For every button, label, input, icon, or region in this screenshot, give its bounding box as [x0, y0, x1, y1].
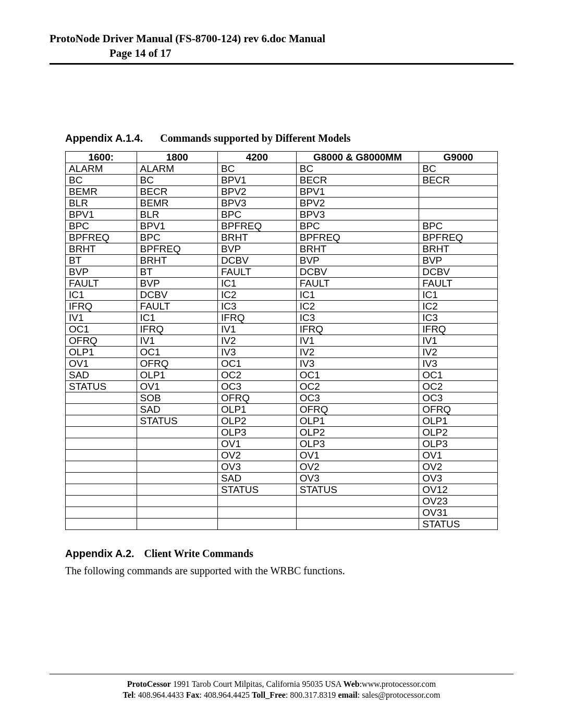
section-a2-number: Appendix A.2. — [65, 548, 134, 559]
table-cell: FAULT — [296, 277, 419, 289]
table-cell: BEMR — [66, 186, 137, 197]
table-cell: SAD — [137, 403, 217, 415]
table-cell: BLR — [66, 197, 137, 208]
table-cell — [66, 472, 137, 484]
table-cell: OLP1 — [296, 415, 419, 426]
table-cell — [296, 507, 419, 518]
table-cell: BC — [66, 174, 137, 186]
table-cell: OC3 — [296, 392, 419, 403]
table-cell: ALARM — [137, 163, 217, 174]
table-cell: IC2 — [296, 300, 419, 312]
page-body: Appendix A.1.4. Commands supported by Di… — [50, 131, 513, 577]
commands-table-body: ALARMALARMBCBCBCBCBCBPV1BECRBECRBEMRBECR… — [66, 163, 498, 529]
footer-web-label: Web — [344, 680, 360, 688]
table-cell: OV1 — [66, 357, 137, 369]
table-cell: OFRQ — [296, 403, 419, 415]
table-cell: OFRQ — [137, 357, 217, 369]
table-cell: BPFREQ — [296, 231, 419, 243]
table-cell: IC1 — [296, 289, 419, 300]
table-cell: IV3 — [419, 357, 498, 369]
table-row: IFRQFAULTIC3IC2IC2 — [66, 300, 498, 312]
section-a2-body: The following commands are supported wit… — [65, 565, 498, 577]
table-cell: ALARM — [66, 163, 137, 174]
footer-line1: ProtoCessor 1991 Tarob Court Milpitas, C… — [50, 678, 513, 690]
table-cell — [137, 507, 217, 518]
table-cell: BPV1 — [218, 174, 297, 186]
section-a14-heading: Appendix A.1.4. Commands supported by Di… — [65, 131, 498, 145]
header-rule — [50, 63, 513, 65]
table-cell — [137, 449, 217, 461]
table-cell: STATUS — [66, 380, 137, 392]
section-a2-heading: Appendix A.2. Client Write Commands — [65, 548, 498, 560]
table-cell: OC3 — [218, 380, 297, 392]
table-cell: OC1 — [66, 323, 137, 335]
footer-line2: Tel: 408.964.4433 Fax: 408.964.4425 Toll… — [50, 689, 513, 701]
footer-rule — [50, 674, 513, 674]
col-header-1800: 1800 — [137, 151, 217, 163]
table-cell — [66, 461, 137, 472]
col-header-4200: 4200 — [218, 151, 297, 163]
table-cell: BVP — [218, 243, 297, 254]
table-cell: STATUS — [137, 415, 217, 426]
table-cell: OV1 — [137, 380, 217, 392]
table-cell: IV1 — [218, 323, 297, 335]
page-footer: ProtoCessor 1991 Tarob Court Milpitas, C… — [50, 674, 513, 701]
table-row: SADOLP1OFRQOFRQ — [66, 403, 498, 415]
table-cell: BRHT — [218, 231, 297, 243]
table-cell: OLP2 — [296, 426, 419, 438]
table-cell: OC2 — [419, 380, 498, 392]
table-cell: IV3 — [296, 357, 419, 369]
table-cell — [218, 518, 297, 529]
table-cell: OV1 — [296, 449, 419, 461]
table-cell: FAULT — [66, 277, 137, 289]
table-row: OLP3OLP2OLP2 — [66, 426, 498, 438]
section-a2-title: Client Write Commands — [144, 548, 253, 559]
table-row: IV1IC1IFRQIC3IC3 — [66, 312, 498, 323]
table-row: FAULTBVPIC1FAULTFAULT — [66, 277, 498, 289]
table-cell: BRHT — [66, 243, 137, 254]
table-cell: OV2 — [419, 461, 498, 472]
table-cell — [66, 438, 137, 449]
table-cell — [66, 495, 137, 507]
table-cell: BLR — [137, 208, 217, 220]
table-cell: BRHT — [296, 243, 419, 254]
commands-table-head: 1600: 1800 4200 G8000 & G8000MM G9000 — [66, 151, 498, 163]
table-cell: SAD — [66, 369, 137, 380]
table-cell: IC1 — [137, 312, 217, 323]
table-cell — [296, 495, 419, 507]
footer-tel-label: Tel — [123, 690, 134, 699]
table-cell: DCBV — [218, 254, 297, 266]
footer-company: ProtoCessor — [127, 680, 171, 688]
footer-web-value: :www.protocessor.com — [360, 680, 436, 688]
table-cell: BPV2 — [296, 197, 419, 208]
table-cell: OV1 — [218, 438, 297, 449]
table-cell: BECR — [296, 174, 419, 186]
table-row: BVPBTFAULTDCBVDCBV — [66, 266, 498, 277]
table-cell — [419, 208, 498, 220]
table-cell — [137, 518, 217, 529]
table-cell: OLP1 — [66, 346, 137, 357]
table-cell: STATUS — [419, 518, 498, 529]
table-cell: BVP — [137, 277, 217, 289]
table-cell: OFRQ — [419, 403, 498, 415]
footer-address: 1991 Tarob Court Milpitas, California 95… — [171, 680, 344, 688]
table-cell: OV2 — [296, 461, 419, 472]
commands-table: 1600: 1800 4200 G8000 & G8000MM G9000 AL… — [65, 151, 498, 530]
table-row: SOBOFRQOC3OC3 — [66, 392, 498, 403]
table-cell: IV1 — [296, 335, 419, 346]
table-cell — [66, 507, 137, 518]
table-row: BRHTBPFREQBVPBRHTBRHT — [66, 243, 498, 254]
table-cell: IV1 — [66, 312, 137, 323]
table-cell: OLP2 — [419, 426, 498, 438]
table-cell: OC1 — [218, 357, 297, 369]
table-cell: OLP3 — [419, 438, 498, 449]
table-row: OV1OFRQOC1IV3IV3 — [66, 357, 498, 369]
table-cell: BEMR — [137, 197, 217, 208]
table-cell: BT — [137, 266, 217, 277]
table-cell: IC2 — [218, 289, 297, 300]
table-cell: IC2 — [419, 300, 498, 312]
table-row: OV1OLP3OLP3 — [66, 438, 498, 449]
table-cell: BPFREQ — [218, 220, 297, 231]
table-cell: IC3 — [218, 300, 297, 312]
table-cell: OC3 — [419, 392, 498, 403]
